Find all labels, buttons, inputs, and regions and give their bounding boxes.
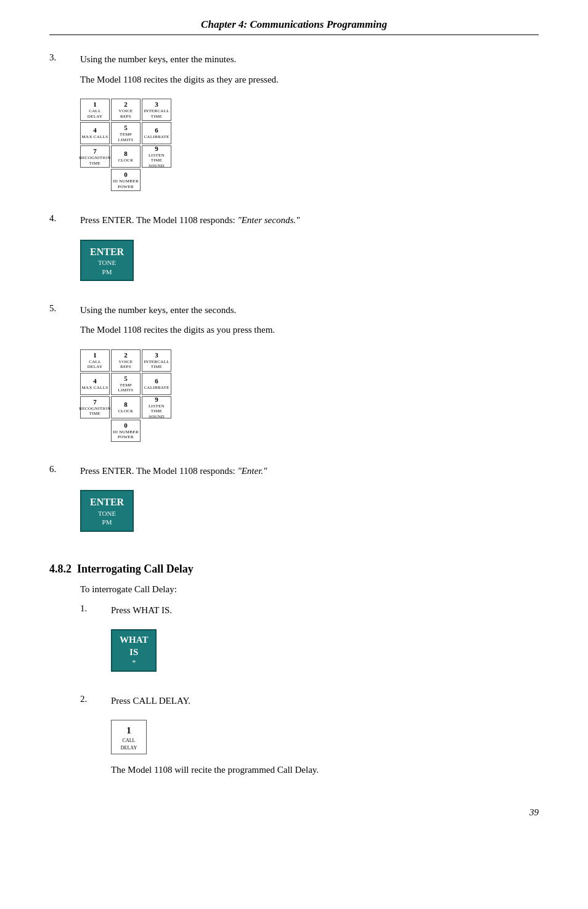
enter-line3: PM (90, 267, 124, 276)
step-text: Using the number keys, enter the seconds… (80, 303, 539, 317)
step-text: Press CALL DELAY. (111, 694, 539, 708)
step-content: Press ENTER. The Model 1108 responds: "E… (80, 213, 539, 290)
key-1: 1CALLDELAY (80, 349, 110, 372)
key-4: 4MAX CALLS (80, 373, 110, 395)
key-3: 3INTERCALLTIME (142, 349, 171, 372)
step-content: Press WHAT IS. WHAT IS * (111, 603, 539, 680)
enter-line3: PM (90, 518, 124, 526)
step-content: Press CALL DELAY. 1 CALL DELAY The Model… (111, 694, 539, 783)
step-text: Using the number keys, enter the minutes… (80, 52, 539, 67)
enter-line1: ENTER (90, 496, 124, 509)
what-is-line1: WHAT (120, 634, 148, 646)
key-5: 5TEMP LIMITS (111, 122, 141, 144)
step-number: 2. (80, 694, 111, 704)
key-2: 2VOICEREPS (111, 99, 141, 121)
step-content: Using the number keys, enter the minutes… (80, 52, 539, 200)
step-text: Press ENTER. The Model 1108 responds: "E… (80, 213, 539, 227)
key-7: 7RECOGNITIONTIME (80, 396, 110, 418)
sub-steps-list: 1. Press WHAT IS. WHAT IS * 2. Press CAL… (80, 603, 539, 783)
step-number: 6. (49, 464, 80, 475)
list-item: 5. Using the number keys, enter the seco… (49, 303, 539, 450)
key-1: 1CALLDELAY (80, 99, 110, 121)
key-0: 0ID NUMBERPOWER (111, 169, 141, 191)
step-content: Using the number keys, enter the seconds… (80, 303, 539, 450)
key-8: 8CLOCK (111, 145, 141, 168)
chapter-header: Chapter 4: Communications Programming (49, 18, 539, 35)
key-9: 9LISTEN TIMESOUND (142, 145, 171, 168)
list-item: 2. Press CALL DELAY. 1 CALL DELAY The Mo… (80, 694, 539, 783)
call-delay-label1: CALL (118, 737, 140, 744)
step-number: 1. (80, 603, 111, 614)
enter-line1: ENTER (90, 246, 124, 259)
page-number: 39 (49, 807, 539, 818)
section-intro: To interrogate Call Delay: (80, 584, 539, 595)
key-5: 5TEMP LIMITS (111, 373, 141, 395)
key-0: 0ID NUMBERPOWER (111, 420, 141, 442)
after-text: The Model 1108 will recite the programme… (111, 763, 539, 777)
step-number: 3. (49, 52, 80, 63)
what-is-star: * (120, 658, 148, 668)
chapter-title: Chapter 4: Communications Programming (201, 18, 387, 30)
main-steps-list: 3. Using the number keys, enter the minu… (49, 52, 539, 540)
enter-button: ENTER TONE PM (80, 240, 134, 281)
what-is-line2: IS (120, 646, 148, 659)
section-heading: 4.8.2 Interrogating Call Delay (49, 563, 539, 576)
step-text: The Model 1108 recites the digits as the… (80, 73, 539, 87)
list-item: 4. Press ENTER. The Model 1108 responds:… (49, 213, 539, 290)
keypad-grid: 1CALLDELAY 2VOICEREPS 3INTERCALLTIME 4MA… (80, 349, 171, 442)
section-number: 4.8.2 (49, 563, 71, 575)
enter-button: ENTER TONE PM (80, 490, 134, 531)
key-8: 8CLOCK (111, 396, 141, 418)
step-number: 5. (49, 303, 80, 314)
key-2: 2VOICEREPS (111, 349, 141, 372)
key-4: 4MAX CALLS (80, 122, 110, 144)
list-item: 1. Press WHAT IS. WHAT IS * (80, 603, 539, 680)
enter-line2: TONE (90, 258, 124, 267)
key-6: 6CALIBRATE (142, 122, 171, 144)
key-3: 3INTERCALLTIME (142, 99, 171, 121)
step-text: The Model 1108 recites the digits as you… (80, 323, 539, 337)
page-num-text: 39 (529, 807, 539, 817)
section-title: Interrogating Call Delay (77, 563, 194, 575)
enter-line2: TONE (90, 509, 124, 518)
step-number: 4. (49, 213, 80, 224)
keypad-grid: 1CALLDELAY 2VOICEREPS 3INTERCALLTIME 4MA… (80, 99, 171, 191)
list-item: 6. Press ENTER. The Model 1108 responds:… (49, 464, 539, 540)
step-text: Press ENTER. The Model 1108 responds: "E… (80, 464, 539, 478)
key-6: 6CALIBRATE (142, 373, 171, 395)
list-item: 3. Using the number keys, enter the minu… (49, 52, 539, 200)
call-delay-button: 1 CALL DELAY (111, 720, 147, 754)
what-is-button: WHAT IS * (111, 629, 157, 672)
step-text: Press WHAT IS. (111, 603, 539, 618)
call-delay-label2: DELAY (118, 744, 140, 751)
call-delay-num: 1 (118, 724, 140, 737)
step-content: Press ENTER. The Model 1108 responds: "E… (80, 464, 539, 540)
key-7: 7RECOGNITIONTIME (80, 145, 110, 168)
key-9: 9LISTEN TIMESOUND (142, 396, 171, 418)
